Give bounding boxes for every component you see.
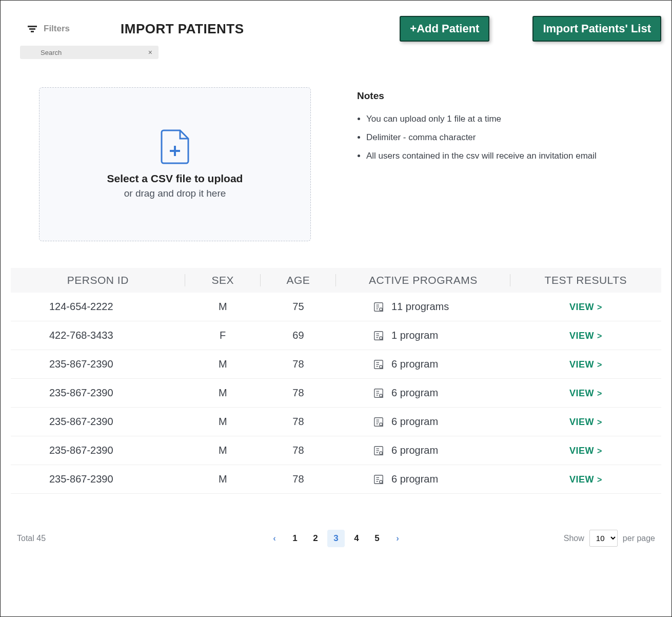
cell-age: 78: [261, 465, 336, 494]
view-results-link[interactable]: VIEW>: [569, 359, 602, 370]
upload-title: Select a CSV file to upload: [107, 172, 243, 185]
page-root: Filters IMPORT PATIENTS +Add Patient Imp…: [0, 0, 672, 617]
cell-person-id: 124-654-2222: [11, 293, 185, 321]
cell-person-id: 235-867-2390: [11, 408, 185, 436]
cell-programs: 11 programs: [336, 293, 510, 321]
programs-icon: [373, 388, 384, 399]
show-label: Show: [564, 534, 584, 543]
filter-icon: [26, 23, 38, 35]
notes-item: All users contained in the csv will rece…: [366, 150, 651, 162]
notes-title: Notes: [357, 90, 651, 102]
page-size-select[interactable]: 10: [589, 530, 618, 547]
view-results-link[interactable]: VIEW>: [569, 446, 602, 456]
search-row: ×: [20, 46, 661, 59]
notes-item: You can upload only 1 file at a time: [366, 113, 651, 125]
table-row: 235-867-2390 M 78 6 program VIEW>: [11, 379, 661, 408]
cell-sex: M: [185, 379, 261, 408]
cell-age: 75: [261, 293, 336, 321]
filters-control[interactable]: Filters: [26, 23, 108, 35]
notes-list: You can upload only 1 file at a time Del…: [357, 113, 651, 162]
cell-person-id: 422-768-3433: [11, 321, 185, 350]
cell-programs: 6 program: [336, 465, 510, 494]
page-number-5[interactable]: 5: [368, 530, 386, 547]
table-row: 235-867-2390 M 78 6 program VIEW>: [11, 408, 661, 436]
cell-test-results: VIEW>: [510, 321, 661, 350]
cell-programs: 6 program: [336, 436, 510, 465]
cell-age: 69: [261, 321, 336, 350]
cell-test-results: VIEW>: [510, 465, 661, 494]
cell-test-results: VIEW>: [510, 379, 661, 408]
page-number-4[interactable]: 4: [348, 530, 365, 547]
view-results-link[interactable]: VIEW>: [569, 302, 602, 313]
page-prev[interactable]: ‹: [266, 530, 283, 547]
page-title: IMPORT PATIENTS: [121, 21, 244, 37]
programs-icon: [373, 445, 384, 456]
table-row: 235-867-2390 M 78 6 program VIEW>: [11, 350, 661, 379]
cell-sex: M: [185, 408, 261, 436]
cell-age: 78: [261, 379, 336, 408]
table-row: 422-768-3433 F 69 1 program VIEW>: [11, 321, 661, 350]
cell-person-id: 235-867-2390: [11, 379, 185, 408]
view-results-link[interactable]: VIEW>: [569, 474, 602, 485]
total-label: Total 45: [17, 534, 46, 543]
cell-test-results: VIEW>: [510, 293, 661, 321]
page-number-3[interactable]: 3: [327, 530, 345, 547]
middle-section: Select a CSV file to upload or drag and …: [39, 87, 651, 241]
programs-icon: [373, 301, 384, 313]
patients-table-wrap: PERSON ID SEX AGE ACTIVE PROGRAMS TEST R…: [11, 268, 661, 494]
col-header-age: AGE: [261, 268, 336, 293]
cell-programs: 6 program: [336, 350, 510, 379]
col-header-active-programs: ACTIVE PROGRAMS: [336, 268, 510, 293]
table-row: 235-867-2390 M 78 6 program VIEW>: [11, 436, 661, 465]
page-number-2[interactable]: 2: [307, 530, 324, 547]
cell-person-id: 235-867-2390: [11, 465, 185, 494]
import-patients-list-button[interactable]: Import Patients' List: [532, 16, 661, 42]
svg-rect-1: [29, 28, 35, 30]
programs-text: 6 program: [391, 473, 438, 485]
add-patient-button[interactable]: +Add Patient: [400, 16, 489, 42]
search-input[interactable]: [25, 49, 147, 56]
svg-rect-0: [28, 26, 37, 27]
programs-icon: [373, 330, 384, 341]
programs-text: 6 program: [391, 416, 438, 428]
per-page-label: per page: [623, 534, 655, 543]
cell-programs: 6 program: [336, 408, 510, 436]
notes-panel: Notes You can upload only 1 file at a ti…: [357, 87, 651, 241]
view-results-link[interactable]: VIEW>: [569, 388, 602, 399]
programs-text: 1 program: [391, 330, 438, 341]
programs-text: 6 program: [391, 445, 438, 456]
close-icon[interactable]: ×: [147, 48, 153, 56]
cell-test-results: VIEW>: [510, 350, 661, 379]
cell-person-id: 235-867-2390: [11, 436, 185, 465]
programs-text: 11 programs: [391, 301, 449, 313]
table-row: 235-867-2390 M 78 6 program VIEW>: [11, 465, 661, 494]
cell-test-results: VIEW>: [510, 436, 661, 465]
filters-label: Filters: [44, 24, 70, 34]
col-header-test-results: TEST RESULTS: [510, 268, 661, 293]
cell-test-results: VIEW>: [510, 408, 661, 436]
search-box: ×: [20, 46, 159, 59]
programs-text: 6 program: [391, 387, 438, 399]
upload-subtitle: or drag and drop it here: [124, 188, 226, 199]
programs-icon: [373, 416, 384, 428]
cell-age: 78: [261, 350, 336, 379]
csv-upload-dropzone[interactable]: Select a CSV file to upload or drag and …: [39, 87, 311, 241]
page-size-control: Show 10 per page: [564, 530, 655, 547]
page-next[interactable]: ›: [389, 530, 406, 547]
cell-programs: 1 program: [336, 321, 510, 350]
cell-person-id: 235-867-2390: [11, 350, 185, 379]
page-numbers: ‹ 12345 ›: [266, 530, 406, 547]
page-number-1[interactable]: 1: [286, 530, 304, 547]
cell-sex: M: [185, 350, 261, 379]
cell-programs: 6 program: [336, 379, 510, 408]
cell-sex: F: [185, 321, 261, 350]
cell-sex: M: [185, 293, 261, 321]
view-results-link[interactable]: VIEW>: [569, 331, 602, 341]
programs-icon: [373, 359, 384, 370]
view-results-link[interactable]: VIEW>: [569, 417, 602, 428]
patients-table: PERSON ID SEX AGE ACTIVE PROGRAMS TEST R…: [11, 268, 661, 494]
topbar: Filters IMPORT PATIENTS +Add Patient Imp…: [11, 16, 661, 42]
pagination-bar: Total 45 ‹ 12345 › Show 10 per page: [11, 530, 661, 547]
cell-age: 78: [261, 436, 336, 465]
cell-sex: M: [185, 436, 261, 465]
